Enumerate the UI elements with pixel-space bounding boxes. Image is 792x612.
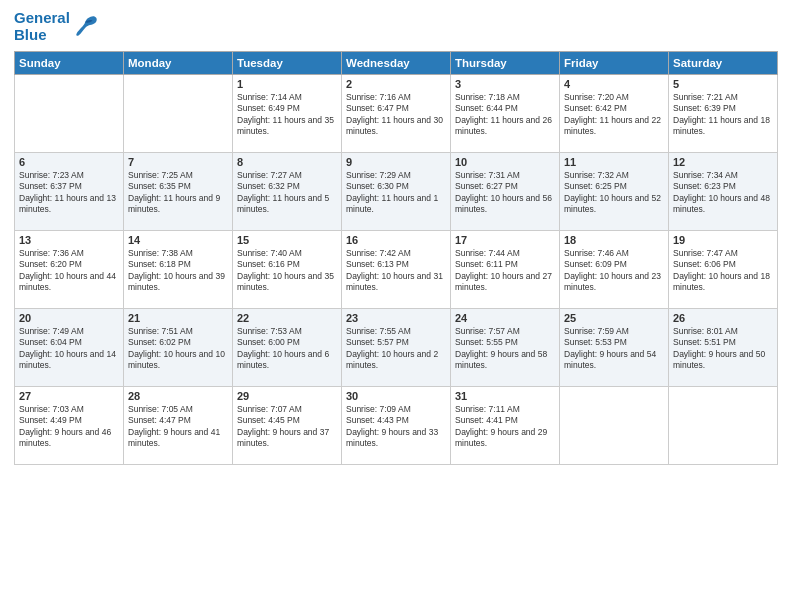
day-info: Sunrise: 7:23 AM Sunset: 6:37 PM Dayligh… — [19, 170, 119, 216]
day-info: Sunrise: 7:42 AM Sunset: 6:13 PM Dayligh… — [346, 248, 446, 294]
day-info: Sunrise: 7:57 AM Sunset: 5:55 PM Dayligh… — [455, 326, 555, 372]
calendar-cell: 8Sunrise: 7:27 AM Sunset: 6:32 PM Daylig… — [233, 153, 342, 231]
day-info: Sunrise: 7:53 AM Sunset: 6:00 PM Dayligh… — [237, 326, 337, 372]
calendar-cell: 1Sunrise: 7:14 AM Sunset: 6:49 PM Daylig… — [233, 75, 342, 153]
day-number: 30 — [346, 390, 446, 402]
day-info: Sunrise: 7:11 AM Sunset: 4:41 PM Dayligh… — [455, 404, 555, 450]
day-header-friday: Friday — [560, 52, 669, 75]
calendar-cell — [669, 387, 778, 465]
calendar-cell: 30Sunrise: 7:09 AM Sunset: 4:43 PM Dayli… — [342, 387, 451, 465]
day-info: Sunrise: 7:32 AM Sunset: 6:25 PM Dayligh… — [564, 170, 664, 216]
day-info: Sunrise: 7:14 AM Sunset: 6:49 PM Dayligh… — [237, 92, 337, 138]
calendar-cell: 16Sunrise: 7:42 AM Sunset: 6:13 PM Dayli… — [342, 231, 451, 309]
calendar-cell: 24Sunrise: 7:57 AM Sunset: 5:55 PM Dayli… — [451, 309, 560, 387]
calendar-cell: 26Sunrise: 8:01 AM Sunset: 5:51 PM Dayli… — [669, 309, 778, 387]
day-info: Sunrise: 7:20 AM Sunset: 6:42 PM Dayligh… — [564, 92, 664, 138]
calendar-cell: 17Sunrise: 7:44 AM Sunset: 6:11 PM Dayli… — [451, 231, 560, 309]
calendar-cell: 20Sunrise: 7:49 AM Sunset: 6:04 PM Dayli… — [15, 309, 124, 387]
calendar-week-row: 13Sunrise: 7:36 AM Sunset: 6:20 PM Dayli… — [15, 231, 778, 309]
day-number: 22 — [237, 312, 337, 324]
calendar-cell: 22Sunrise: 7:53 AM Sunset: 6:00 PM Dayli… — [233, 309, 342, 387]
calendar-header-row: SundayMondayTuesdayWednesdayThursdayFrid… — [15, 52, 778, 75]
day-number: 10 — [455, 156, 555, 168]
day-info: Sunrise: 7:05 AM Sunset: 4:47 PM Dayligh… — [128, 404, 228, 450]
day-number: 31 — [455, 390, 555, 402]
day-number: 6 — [19, 156, 119, 168]
day-info: Sunrise: 7:27 AM Sunset: 6:32 PM Dayligh… — [237, 170, 337, 216]
logo-text: General — [14, 10, 70, 27]
day-header-tuesday: Tuesday — [233, 52, 342, 75]
day-number: 20 — [19, 312, 119, 324]
day-header-thursday: Thursday — [451, 52, 560, 75]
day-info: Sunrise: 7:25 AM Sunset: 6:35 PM Dayligh… — [128, 170, 228, 216]
calendar-cell: 3Sunrise: 7:18 AM Sunset: 6:44 PM Daylig… — [451, 75, 560, 153]
day-header-saturday: Saturday — [669, 52, 778, 75]
calendar-cell — [560, 387, 669, 465]
calendar-cell — [124, 75, 233, 153]
day-info: Sunrise: 7:34 AM Sunset: 6:23 PM Dayligh… — [673, 170, 773, 216]
day-info: Sunrise: 7:16 AM Sunset: 6:47 PM Dayligh… — [346, 92, 446, 138]
logo-bird-icon — [72, 13, 100, 41]
day-info: Sunrise: 7:38 AM Sunset: 6:18 PM Dayligh… — [128, 248, 228, 294]
day-header-monday: Monday — [124, 52, 233, 75]
calendar-cell: 10Sunrise: 7:31 AM Sunset: 6:27 PM Dayli… — [451, 153, 560, 231]
day-number: 7 — [128, 156, 228, 168]
day-info: Sunrise: 7:18 AM Sunset: 6:44 PM Dayligh… — [455, 92, 555, 138]
calendar-cell: 28Sunrise: 7:05 AM Sunset: 4:47 PM Dayli… — [124, 387, 233, 465]
day-number: 24 — [455, 312, 555, 324]
day-info: Sunrise: 8:01 AM Sunset: 5:51 PM Dayligh… — [673, 326, 773, 372]
calendar-week-row: 1Sunrise: 7:14 AM Sunset: 6:49 PM Daylig… — [15, 75, 778, 153]
day-number: 15 — [237, 234, 337, 246]
calendar-cell: 21Sunrise: 7:51 AM Sunset: 6:02 PM Dayli… — [124, 309, 233, 387]
calendar-week-row: 27Sunrise: 7:03 AM Sunset: 4:49 PM Dayli… — [15, 387, 778, 465]
calendar-cell: 4Sunrise: 7:20 AM Sunset: 6:42 PM Daylig… — [560, 75, 669, 153]
calendar-table: SundayMondayTuesdayWednesdayThursdayFrid… — [14, 51, 778, 465]
calendar-cell: 5Sunrise: 7:21 AM Sunset: 6:39 PM Daylig… — [669, 75, 778, 153]
day-info: Sunrise: 7:31 AM Sunset: 6:27 PM Dayligh… — [455, 170, 555, 216]
calendar-cell: 15Sunrise: 7:40 AM Sunset: 6:16 PM Dayli… — [233, 231, 342, 309]
calendar-week-row: 20Sunrise: 7:49 AM Sunset: 6:04 PM Dayli… — [15, 309, 778, 387]
calendar-week-row: 6Sunrise: 7:23 AM Sunset: 6:37 PM Daylig… — [15, 153, 778, 231]
day-number: 21 — [128, 312, 228, 324]
calendar-cell — [15, 75, 124, 153]
calendar-cell: 6Sunrise: 7:23 AM Sunset: 6:37 PM Daylig… — [15, 153, 124, 231]
day-info: Sunrise: 7:07 AM Sunset: 4:45 PM Dayligh… — [237, 404, 337, 450]
day-info: Sunrise: 7:49 AM Sunset: 6:04 PM Dayligh… — [19, 326, 119, 372]
calendar-cell: 19Sunrise: 7:47 AM Sunset: 6:06 PM Dayli… — [669, 231, 778, 309]
calendar-cell: 27Sunrise: 7:03 AM Sunset: 4:49 PM Dayli… — [15, 387, 124, 465]
day-info: Sunrise: 7:21 AM Sunset: 6:39 PM Dayligh… — [673, 92, 773, 138]
day-info: Sunrise: 7:46 AM Sunset: 6:09 PM Dayligh… — [564, 248, 664, 294]
day-info: Sunrise: 7:51 AM Sunset: 6:02 PM Dayligh… — [128, 326, 228, 372]
day-info: Sunrise: 7:59 AM Sunset: 5:53 PM Dayligh… — [564, 326, 664, 372]
day-number: 11 — [564, 156, 664, 168]
day-number: 14 — [128, 234, 228, 246]
day-number: 27 — [19, 390, 119, 402]
calendar-cell: 31Sunrise: 7:11 AM Sunset: 4:41 PM Dayli… — [451, 387, 560, 465]
day-number: 12 — [673, 156, 773, 168]
calendar-cell: 29Sunrise: 7:07 AM Sunset: 4:45 PM Dayli… — [233, 387, 342, 465]
day-number: 9 — [346, 156, 446, 168]
day-number: 3 — [455, 78, 555, 90]
page-header: General Blue — [14, 10, 778, 43]
day-info: Sunrise: 7:36 AM Sunset: 6:20 PM Dayligh… — [19, 248, 119, 294]
day-number: 4 — [564, 78, 664, 90]
day-info: Sunrise: 7:09 AM Sunset: 4:43 PM Dayligh… — [346, 404, 446, 450]
day-number: 26 — [673, 312, 773, 324]
day-number: 17 — [455, 234, 555, 246]
day-info: Sunrise: 7:47 AM Sunset: 6:06 PM Dayligh… — [673, 248, 773, 294]
day-info: Sunrise: 7:40 AM Sunset: 6:16 PM Dayligh… — [237, 248, 337, 294]
calendar-cell: 9Sunrise: 7:29 AM Sunset: 6:30 PM Daylig… — [342, 153, 451, 231]
day-header-wednesday: Wednesday — [342, 52, 451, 75]
day-number: 18 — [564, 234, 664, 246]
calendar-cell: 18Sunrise: 7:46 AM Sunset: 6:09 PM Dayli… — [560, 231, 669, 309]
day-info: Sunrise: 7:44 AM Sunset: 6:11 PM Dayligh… — [455, 248, 555, 294]
logo: General Blue — [14, 10, 100, 43]
calendar-cell: 2Sunrise: 7:16 AM Sunset: 6:47 PM Daylig… — [342, 75, 451, 153]
day-info: Sunrise: 7:55 AM Sunset: 5:57 PM Dayligh… — [346, 326, 446, 372]
calendar-cell: 14Sunrise: 7:38 AM Sunset: 6:18 PM Dayli… — [124, 231, 233, 309]
calendar-cell: 11Sunrise: 7:32 AM Sunset: 6:25 PM Dayli… — [560, 153, 669, 231]
calendar-cell: 7Sunrise: 7:25 AM Sunset: 6:35 PM Daylig… — [124, 153, 233, 231]
day-number: 13 — [19, 234, 119, 246]
calendar-cell: 12Sunrise: 7:34 AM Sunset: 6:23 PM Dayli… — [669, 153, 778, 231]
day-number: 1 — [237, 78, 337, 90]
